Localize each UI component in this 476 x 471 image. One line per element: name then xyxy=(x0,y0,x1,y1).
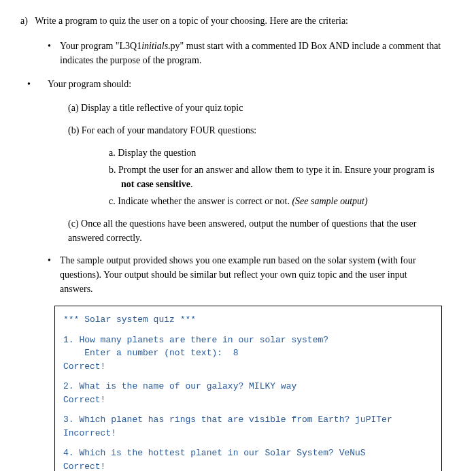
inner-c: c. Indicate whether the answer is correc… xyxy=(109,194,442,208)
sub-b: (b) For each of your mandatory FOUR ques… xyxy=(68,123,442,137)
sub-c: (c) Once all the questions have been ans… xyxy=(68,216,442,245)
inner-c-italic: (See sample output) xyxy=(292,196,367,206)
inner-list: a. Display the question b. Prompt the us… xyxy=(109,146,442,208)
q3-result: Incorrect! xyxy=(63,427,433,440)
q1-line2: Enter a number (not text): 8 xyxy=(63,346,433,360)
question-header: a) Write a program to quiz the user on a… xyxy=(20,14,442,28)
sample-q3: 3. Which planet has rings that are visib… xyxy=(63,413,433,440)
q2-line1: 2. What is the name of our galaxy? MILKY… xyxy=(63,380,433,393)
sub-a: (a) Display a title reflective of your q… xyxy=(68,101,442,115)
sample-output-box: *** Solar system quiz *** 1. How many pl… xyxy=(54,306,442,471)
q3-line1: 3. Which planet has rings that are visib… xyxy=(63,413,433,427)
inner-a: a. Display the question xyxy=(109,146,442,160)
q2-result: Correct! xyxy=(63,393,433,407)
bullet-program-should: • Your program should: xyxy=(29,77,442,91)
b1-part1: Your program "L3Q1 xyxy=(60,41,141,51)
b1-italic: initials xyxy=(141,41,168,51)
inner-c-pre: c. Indicate whether the answer is correc… xyxy=(109,196,292,206)
sub-list: (a) Display a title reflective of your q… xyxy=(68,101,442,245)
inner-b-post: . xyxy=(190,179,193,189)
q4-line1: 4. Which is the hottest planet in our So… xyxy=(63,446,433,460)
inner-b-pre: b. Prompt the user for an answer and all… xyxy=(109,165,435,175)
bullet-sample-note: The sample output provided shows you one… xyxy=(41,253,442,296)
sample-q1: 1. How many planets are there in our sol… xyxy=(63,334,433,374)
inner-b-bold: not case sensitive xyxy=(121,179,190,189)
question-intro: Write a program to quiz the user on a to… xyxy=(35,16,348,26)
b2-intro: Your program should: xyxy=(48,79,131,89)
bullet-program-name: Your program "L3Q1initials.py" must star… xyxy=(41,39,442,67)
sample-q2: 2. What is the name of our galaxy? MILKY… xyxy=(63,380,433,406)
q4-result: Correct! xyxy=(63,460,433,472)
sample-title: *** Solar system quiz *** xyxy=(63,313,433,327)
question-label: a) xyxy=(20,16,28,26)
q1-result: Correct! xyxy=(63,360,433,374)
q1-line1: 1. How many planets are there in our sol… xyxy=(63,334,433,347)
sample-q4: 4. Which is the hottest planet in our So… xyxy=(63,446,433,471)
inner-b: b. Prompt the user for an answer and all… xyxy=(109,163,442,191)
